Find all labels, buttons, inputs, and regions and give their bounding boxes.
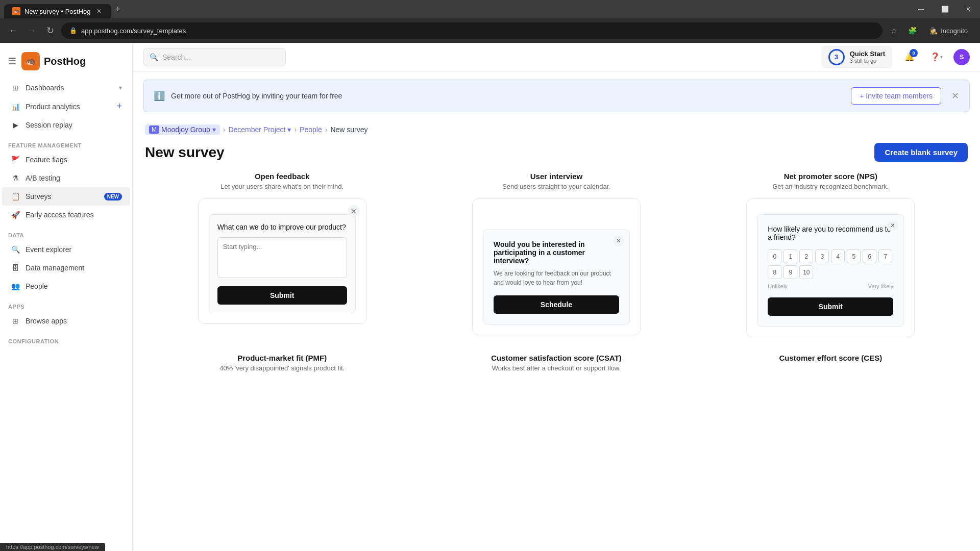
sidebar-item-ab-testing[interactable]: ⚗ A/B testing <box>2 169 130 187</box>
bottom-cat-sub-csat: Works best after a checkout or support f… <box>431 364 681 372</box>
quick-start-button[interactable]: 3 Quick Start 3 still to go <box>821 46 892 68</box>
breadcrumb-org-item[interactable]: M Moodjoy Group ▾ <box>145 124 220 135</box>
invite-banner: ℹ️ Get more out of PostHog by inviting y… <box>143 80 970 112</box>
nps-card-submit-button[interactable]: Submit <box>768 297 893 316</box>
search-icon: 🔍 <box>150 53 158 61</box>
posthog-logo[interactable]: 🦔 PostHog <box>21 52 86 70</box>
menu-toggle-button[interactable]: ☰ <box>8 56 16 67</box>
card-close-user-interview[interactable]: ✕ <box>613 235 624 246</box>
sidebar-item-data-management[interactable]: 🗄 Data management <box>2 259 130 277</box>
sidebar-item-product-analytics[interactable]: 📊 Product analytics + <box>2 97 130 116</box>
tab-bar: 🦔 New survey • PostHog ✕ + <box>0 0 980 18</box>
new-tab-button[interactable]: + <box>111 4 125 15</box>
sidebar-item-event-explorer[interactable]: 🔍 Event explorer <box>2 240 130 259</box>
sidebar-item-early-access[interactable]: 🚀 Early access features <box>2 206 130 224</box>
bookmark-button[interactable]: ☆ <box>887 23 901 38</box>
ui-card-subtext: We are looking for feedback on our produ… <box>494 269 619 287</box>
notifications-button[interactable]: 🔔 0 <box>900 48 919 66</box>
category-title-nps: Net promoter score (NPS) <box>784 172 877 181</box>
help-icon: ❓ <box>930 52 940 62</box>
minimize-button[interactable]: — <box>910 0 933 18</box>
help-button[interactable]: ❓ ▾ <box>927 48 945 66</box>
nps-num-4[interactable]: 4 <box>831 249 845 263</box>
quick-start-text: Quick Start 3 still to go <box>850 50 885 64</box>
nps-num-9[interactable]: 9 <box>783 265 797 279</box>
nps-scale: 0 1 2 3 4 5 6 7 8 9 <box>768 249 893 279</box>
database-icon: 🗄 <box>10 263 20 273</box>
nps-num-0[interactable]: 0 <box>768 249 781 263</box>
rocket-icon: 🚀 <box>10 210 20 220</box>
quick-start-subtitle: 3 still to go <box>850 58 885 64</box>
nps-num-10[interactable]: 10 <box>799 265 813 279</box>
sidebar-item-label: Dashboards <box>26 84 114 92</box>
card-close-open-feedback[interactable]: ✕ <box>348 205 360 217</box>
of-card-textarea[interactable] <box>217 237 347 278</box>
status-bar-url: https://app.posthog.com/surveys/new <box>0 543 105 551</box>
create-blank-survey-button[interactable]: Create blank survey <box>874 143 968 162</box>
flag-icon: 🚩 <box>10 155 20 165</box>
breadcrumb-project-item[interactable]: December Project ▾ <box>228 126 291 134</box>
sidebar-item-dashboards[interactable]: ⊞ Dashboards ▾ <box>2 79 130 97</box>
invite-team-button[interactable]: + Invite team members <box>851 87 941 105</box>
breadcrumb-section-item[interactable]: People <box>300 126 322 134</box>
sidebar-item-people[interactable]: 👥 People <box>2 277 130 295</box>
banner-close-button[interactable]: ✕ <box>951 90 959 102</box>
breadcrumb-current: New survey <box>330 126 368 134</box>
sidebar-item-label: Surveys <box>26 192 99 201</box>
chart-icon: 📊 <box>10 102 20 112</box>
bottom-cat-sub-pmf: 40% 'very disappointed' signals product … <box>157 364 407 372</box>
play-icon: ▶ <box>10 120 20 130</box>
card-close-nps[interactable]: ✕ <box>887 220 898 231</box>
nps-num-8[interactable]: 8 <box>768 265 781 279</box>
nps-num-6[interactable]: 6 <box>863 249 876 263</box>
bottom-category-pmf: Product-market fit (PMF) 40% 'very disap… <box>145 354 419 372</box>
nps-num-1[interactable]: 1 <box>783 249 797 263</box>
info-icon: ℹ️ <box>154 90 165 102</box>
sidebar-item-surveys[interactable]: 📋 Surveys NEW <box>2 187 130 206</box>
close-button[interactable]: ✕ <box>957 0 980 18</box>
refresh-button[interactable]: ↻ <box>43 23 57 38</box>
forward-button[interactable]: → <box>24 23 39 38</box>
project-chevron: ▾ <box>287 126 291 134</box>
survey-card-nps[interactable]: ✕ How likely are you to recommend us to … <box>746 198 915 337</box>
plus-icon[interactable]: + <box>116 101 122 112</box>
of-card-submit[interactable]: Submit <box>217 286 347 305</box>
nps-num-3[interactable]: 3 <box>815 249 829 263</box>
sidebar-item-label: Feature flags <box>26 156 122 164</box>
search-bar[interactable]: 🔍 Search... <box>143 48 286 66</box>
extensions-button[interactable]: 🧩 <box>905 23 919 38</box>
section-name: People <box>300 126 322 134</box>
sidebar-item-browse-apps[interactable]: ⊞ Browse apps <box>2 312 130 330</box>
tab-favicon: 🦔 <box>12 7 20 15</box>
back-button[interactable]: ← <box>6 23 20 38</box>
tab-close-button[interactable]: ✕ <box>95 7 103 15</box>
active-tab[interactable]: 🦔 New survey • PostHog ✕ <box>4 4 111 18</box>
nps-num-5[interactable]: 5 <box>847 249 861 263</box>
breadcrumb-sep-3: › <box>325 126 328 134</box>
bottom-cat-title-csat: Customer satisfaction score (CSAT) <box>431 354 681 362</box>
tab-title: New survey • PostHog <box>24 8 91 15</box>
url-text: app.posthog.com/survey_templates <box>81 27 186 35</box>
survey-card-open-feedback[interactable]: ✕ What can we do to improve our product?… <box>198 198 366 324</box>
survey-card-user-interview[interactable]: ✕ Would you be interested in participati… <box>472 198 641 335</box>
quick-start-circle: 3 <box>828 49 845 65</box>
chevron-down-icon: ▾ <box>119 84 122 91</box>
sidebar-item-label: Data management <box>26 264 122 272</box>
address-input[interactable]: 🔒 app.posthog.com/survey_templates <box>61 22 883 39</box>
nps-num-7[interactable]: 7 <box>878 249 892 263</box>
user-avatar[interactable]: S <box>953 49 970 65</box>
nps-num-2[interactable]: 2 <box>799 249 813 263</box>
category-subtitle-user-interview: Send users straight to your calendar. <box>502 183 610 190</box>
org-letter: M <box>149 126 159 134</box>
sidebar-item-label: Product analytics <box>26 103 111 111</box>
survey-icon: 📋 <box>10 191 20 202</box>
category-subtitle-open-feedback: Let your users share what's on their min… <box>220 183 344 190</box>
new-badge: NEW <box>104 193 122 201</box>
ui-card-schedule-button[interactable]: Schedule <box>494 295 619 314</box>
sidebar-item-session-replay[interactable]: ▶ Session replay <box>2 116 130 134</box>
maximize-button[interactable]: ⬜ <box>933 0 957 18</box>
bottom-survey-types: Product-market fit (PMF) 40% 'very disap… <box>133 337 980 372</box>
sidebar-item-feature-flags[interactable]: 🚩 Feature flags <box>2 151 130 169</box>
bottom-category-csat: Customer satisfaction score (CSAT) Works… <box>419 354 693 372</box>
nps-label-unlikely: Unlikely <box>768 283 788 289</box>
